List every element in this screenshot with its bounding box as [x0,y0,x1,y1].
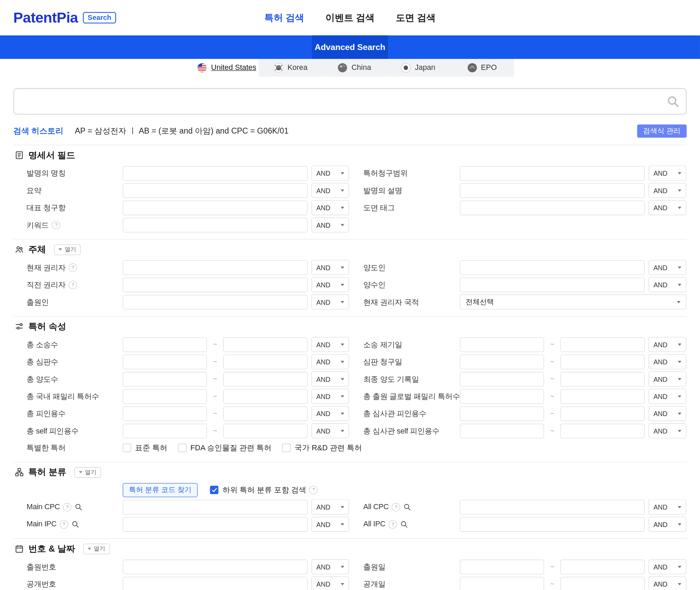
all-cpc-search-icon[interactable] [403,503,411,511]
expand-subject-button[interactable]: 열기 [54,244,81,255]
claims-scope-and-select[interactable]: AND [649,166,686,181]
publication-number-and-select[interactable]: AND [311,576,349,590]
nationality-select[interactable]: 전체선택 [460,294,686,310]
include-sub-classification-checkbox[interactable] [210,486,219,494]
help-icon[interactable]: ? [309,486,318,494]
search-icon[interactable] [666,95,680,110]
total-trials-max-input[interactable] [223,354,308,369]
main-ipc-search-icon[interactable] [71,520,79,528]
help-icon[interactable]: ? [392,503,401,511]
last-assignment-date-to-input[interactable] [561,372,645,386]
nav-drawing-search[interactable]: 도면 검색 [396,12,435,24]
last-assignment-date-from-input[interactable] [460,372,544,386]
assignor-and-select[interactable]: AND [649,260,686,275]
application-number-input[interactable] [123,560,307,574]
application-date-and-select[interactable]: AND [649,559,686,574]
all-cpc-input[interactable] [460,500,644,514]
search-input[interactable] [13,88,687,115]
help-icon[interactable]: ? [52,221,60,229]
publication-date-and-select[interactable]: AND [649,576,686,590]
total-lawsuits-max-input[interactable] [223,337,308,352]
tab-country-korea[interactable]: Korea [259,59,322,77]
total-trials-min-input[interactable] [123,354,207,369]
domestic-family-count-and-select[interactable]: AND [311,389,349,404]
self-citations-max-input[interactable] [223,424,308,438]
transferee-input[interactable] [460,277,644,292]
publication-date-from-input[interactable] [460,577,544,590]
abstract-and-select[interactable]: AND [311,183,349,198]
current-assignee-and-select[interactable]: AND [311,260,349,275]
keyword-and-select[interactable]: AND [311,217,349,233]
logo[interactable]: PatentPia [13,9,78,26]
examiner-self-citations-max-input[interactable] [561,424,645,438]
applicant-and-select[interactable]: AND [311,294,349,310]
tab-advanced-search[interactable]: Advanced Search [312,35,388,59]
help-icon[interactable]: ? [60,520,68,529]
drawing-tag-input[interactable] [460,200,644,215]
applicant-input[interactable] [123,294,307,309]
help-icon[interactable]: ? [63,503,72,511]
examiner-citations-and-select[interactable]: AND [649,406,686,421]
domestic-family-count-max-input[interactable] [223,389,308,404]
expand-numbers-dates-button[interactable]: 열기 [83,543,110,554]
help-icon[interactable]: ? [69,263,77,272]
drawing-tag-and-select[interactable]: AND [649,200,686,215]
tab-country-united-states[interactable]: United States [195,59,259,77]
main-cpc-input[interactable] [123,500,307,514]
global-family-count-min-input[interactable] [460,389,544,404]
assignor-input[interactable] [460,260,644,275]
publication-date-to-input[interactable] [561,577,645,590]
examiner-citations-max-input[interactable] [561,406,645,421]
invention-title-and-select[interactable]: AND [311,166,349,181]
global-family-count-max-input[interactable] [561,389,645,404]
tab-country-japan[interactable]: Japan [386,59,450,77]
examiner-self-citations-and-select[interactable]: AND [649,423,686,438]
application-date-from-input[interactable] [460,560,544,574]
examiner-citations-min-input[interactable] [460,406,544,421]
nav-patent-search[interactable]: 특허 검색 [265,12,304,24]
abstract-input[interactable] [123,183,307,198]
national-rnd-checkbox[interactable] [282,444,291,452]
trial-request-date-from-input[interactable] [460,354,544,369]
application-date-to-input[interactable] [561,560,645,574]
all-ipc-and-select[interactable]: AND [649,517,686,532]
find-classification-code-button[interactable]: 특허 분류 코드 찾기 [123,483,198,497]
trial-request-date-to-input[interactable] [561,354,645,369]
tab-country-epo[interactable]: EPO [450,59,514,77]
standard-patent-option[interactable]: 표준 특허 [123,443,167,453]
all-cpc-and-select[interactable]: AND [649,500,686,515]
brand[interactable]: PatentPia Search [13,9,116,26]
total-lawsuits-and-select[interactable]: AND [311,337,349,352]
total-citations-max-input[interactable] [223,406,308,421]
fda-approved-substance-option[interactable]: FDA 승인물질 관련 특허 [178,443,271,453]
total-assignments-and-select[interactable]: AND [311,372,349,387]
help-icon[interactable]: ? [69,280,77,289]
total-trials-and-select[interactable]: AND [311,354,349,369]
main-ipc-and-select[interactable]: AND [311,517,349,532]
representative-claim-and-select[interactable]: AND [311,200,349,215]
domestic-family-count-min-input[interactable] [123,389,207,404]
lawsuit-filing-date-from-input[interactable] [460,337,544,352]
invention-title-input[interactable] [123,166,307,180]
current-assignee-input[interactable] [123,260,307,275]
previous-assignee-and-select[interactable]: AND [311,277,349,292]
all-ipc-search-icon[interactable] [400,520,408,528]
claims-scope-input[interactable] [460,166,644,180]
help-icon[interactable]: ? [389,520,397,529]
all-ipc-input[interactable] [460,517,644,532]
total-lawsuits-min-input[interactable] [123,337,207,352]
representative-claim-input[interactable] [123,200,307,215]
include-sub-classification-option[interactable]: 하위 특허 분류 포함 검색 ? [210,485,318,495]
total-assignments-min-input[interactable] [123,372,207,386]
main-cpc-and-select[interactable]: AND [311,500,349,515]
global-family-count-and-select[interactable]: AND [649,389,686,404]
self-citations-min-input[interactable] [123,424,207,438]
examiner-self-citations-min-input[interactable] [460,424,544,438]
previous-assignee-input[interactable] [123,277,307,292]
lawsuit-filing-date-to-input[interactable] [561,337,645,352]
nav-event-search[interactable]: 이벤트 검색 [326,12,374,24]
fda-approved-substance-checkbox[interactable] [178,444,186,452]
main-cpc-search-icon[interactable] [74,503,82,511]
transferee-and-select[interactable]: AND [649,277,686,292]
expand-classification-button[interactable]: 열기 [74,467,101,477]
